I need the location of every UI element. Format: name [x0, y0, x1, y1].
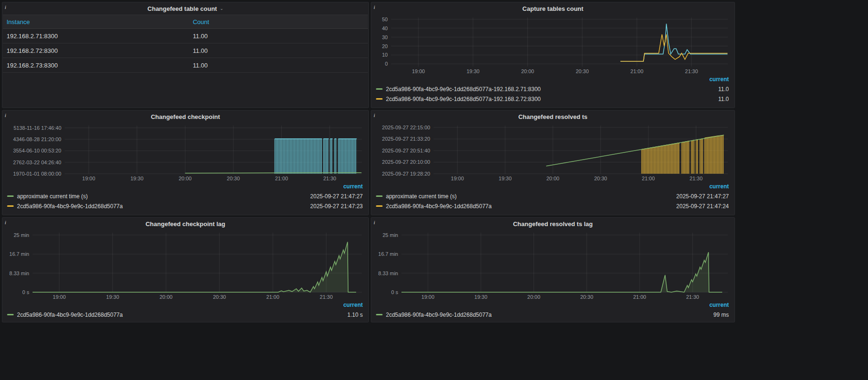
svg-text:2025-09-27 19:28:20: 2025-09-27 19:28:20 — [382, 171, 430, 177]
column-header-instance[interactable]: Instance — [3, 18, 189, 25]
svg-text:50: 50 — [382, 17, 388, 22]
legend-label[interactable]: 2cd5a986-90fa-4bc9-9e9c-1dd268d5077a — [386, 312, 492, 318]
svg-text:8.33 min: 8.33 min — [9, 270, 29, 276]
panel-title-menu[interactable]: Capture tables count — [371, 2, 734, 15]
legend: current approximate current time (s) 202… — [371, 182, 734, 211]
changefeed-resolved-ts-lag-chart[interactable]: 0 s8.33 min16.7 min25 min19:0019:3020:00… — [375, 230, 731, 301]
svg-text:19:30: 19:30 — [467, 68, 480, 74]
svg-text:19:30: 19:30 — [499, 176, 512, 181]
svg-text:21:30: 21:30 — [320, 294, 333, 300]
svg-text:20:00: 20:00 — [527, 294, 541, 300]
changefeed-checkpoint-lag-chart[interactable]: 0 s8.33 min16.7 min25 min19:0019:3020:00… — [6, 230, 365, 301]
count-cell: 11.00 — [189, 33, 368, 40]
instance-cell: 192.168.2.73:8300 — [3, 62, 189, 69]
svg-text:19:30: 19:30 — [130, 176, 143, 181]
legend-label[interactable]: approximate current time (s) — [386, 193, 457, 200]
legend-value: 11.0 — [718, 96, 730, 102]
svg-text:20:30: 20:30 — [227, 176, 240, 181]
panel-title: Changefeed table count — [148, 5, 217, 12]
svg-text:8.33 min: 8.33 min — [378, 270, 398, 276]
panel-info-icon[interactable]: i — [371, 2, 379, 10]
panel-title-menu[interactable]: Changefeed resolved ts — [371, 110, 734, 123]
svg-text:2025-09-27 20:10:00: 2025-09-27 20:10:00 — [382, 159, 430, 165]
panel-title-menu[interactable]: Changefeed resolved ts lag — [371, 218, 734, 230]
panel-title: Changefeed checkpoint lag — [145, 220, 225, 228]
legend-current-header[interactable]: current — [376, 183, 730, 191]
legend-current-header[interactable]: current — [7, 183, 364, 191]
legend-value: 2025-09-27 21:47:24 — [676, 203, 730, 210]
svg-text:21:00: 21:00 — [642, 176, 655, 181]
legend-label[interactable]: 2cd5a986-90fa-4bc9-9e9c-1dd268d5077a — [386, 203, 492, 210]
svg-text:20:00: 20:00 — [546, 176, 559, 181]
svg-text:19:00: 19:00 — [53, 294, 66, 300]
legend-swatch-icon — [376, 195, 383, 197]
legend-swatch-icon — [376, 314, 383, 315]
legend-item: 2cd5a986-90fa-4bc9-9e9c-1dd268d5077a 202… — [7, 201, 364, 211]
legend-current-header[interactable]: current — [7, 302, 364, 310]
count-cell: 11.00 — [189, 47, 368, 54]
legend: current approximate current time (s) 202… — [2, 182, 368, 211]
legend-label[interactable]: 2cd5a986-90fa-4bc9-9e9c-1dd268d5077a-192… — [386, 86, 541, 93]
svg-text:30: 30 — [382, 34, 388, 40]
legend-swatch-icon — [7, 195, 14, 197]
changefeed-checkpoint-chart[interactable]: 1970-01-01 08:00:002762-03-22 04:26:4035… — [6, 123, 365, 182]
panel-info-icon[interactable]: i — [2, 218, 10, 225]
svg-text:25 min: 25 min — [383, 232, 398, 238]
svg-text:25 min: 25 min — [14, 232, 29, 238]
changefeed-table: Instance Count 192.168.2.71:8300 11.00 1… — [3, 15, 368, 73]
svg-text:1970-01-01 08:00:00: 1970-01-01 08:00:00 — [13, 171, 61, 177]
legend-item: 2cd5a986-90fa-4bc9-9e9c-1dd268d5077a-192… — [376, 94, 730, 104]
legend-value: 1.10 s — [347, 312, 364, 318]
panel-title: Changefeed resolved ts lag — [513, 220, 593, 228]
svg-text:21:30: 21:30 — [690, 176, 703, 181]
table-row: 192.168.2.71:8300 11.00 — [3, 29, 368, 43]
legend-item: approximate current time (s) 2025-09-27 … — [7, 191, 364, 201]
panel-changefeed-checkpoint-lag: i Changefeed checkpoint lag 0 s8.33 min1… — [2, 217, 369, 322]
legend-label[interactable]: 2cd5a986-90fa-4bc9-9e9c-1dd268d5077a — [17, 203, 123, 210]
svg-text:19:00: 19:00 — [451, 176, 464, 181]
legend-label[interactable]: approximate current time (s) — [17, 193, 88, 200]
svg-text:19:30: 19:30 — [106, 294, 119, 300]
legend-item: 2cd5a986-90fa-4bc9-9e9c-1dd268d5077a 202… — [376, 201, 730, 211]
svg-text:2025-09-27 21:33:20: 2025-09-27 21:33:20 — [382, 136, 430, 142]
svg-text:21:00: 21:00 — [267, 294, 280, 300]
svg-text:4346-08-28 21:20:00: 4346-08-28 21:20:00 — [13, 136, 61, 142]
svg-text:0 s: 0 s — [391, 289, 398, 295]
svg-text:20:00: 20:00 — [521, 68, 534, 74]
table-header-row: Instance Count — [3, 15, 368, 29]
panel-info-icon[interactable]: i — [371, 110, 379, 118]
panel-title-menu[interactable]: Changefeed checkpoint — [2, 110, 368, 123]
panel-title-menu[interactable]: Changefeed table count ⌄ — [2, 2, 368, 15]
legend-item: 2cd5a986-90fa-4bc9-9e9c-1dd268d5077a 1.1… — [7, 310, 364, 320]
panel-changefeed-resolved-ts: i Changefeed resolved ts 2025-09-27 19:2… — [371, 110, 735, 215]
capture-tables-chart[interactable]: 0102030405019:0019:3020:0020:3021:0021:3… — [375, 15, 731, 75]
legend-swatch-icon — [376, 88, 383, 90]
panel-info-icon[interactable]: i — [371, 218, 379, 225]
count-cell: 11.00 — [189, 62, 368, 69]
legend-swatch-icon — [376, 205, 383, 207]
panel-capture-tables-count: i Capture tables count 0102030405019:001… — [371, 2, 735, 108]
legend-value: 2025-09-27 21:47:27 — [310, 193, 364, 200]
svg-text:21:30: 21:30 — [323, 176, 336, 181]
legend-value: 2025-09-27 21:47:23 — [310, 203, 364, 210]
legend-swatch-icon — [7, 205, 14, 207]
svg-text:16.7 min: 16.7 min — [9, 251, 29, 257]
panel-title-menu[interactable]: Changefeed checkpoint lag — [2, 218, 368, 230]
svg-text:20:00: 20:00 — [159, 294, 173, 300]
legend-swatch-icon — [7, 314, 14, 315]
column-header-count[interactable]: Count — [189, 18, 368, 25]
legend: current 2cd5a986-90fa-4bc9-9e9c-1dd268d5… — [2, 301, 368, 320]
panel-title: Changefeed resolved ts — [518, 113, 588, 120]
panel-info-icon[interactable]: i — [2, 2, 10, 10]
svg-text:2025-09-27 20:51:40: 2025-09-27 20:51:40 — [382, 148, 430, 153]
changefeed-resolved-ts-chart[interactable]: 2025-09-27 19:28:202025-09-27 20:10:0020… — [375, 123, 731, 182]
instance-cell: 192.168.2.71:8300 — [3, 33, 189, 40]
legend-label[interactable]: 2cd5a986-90fa-4bc9-9e9c-1dd268d5077a-192… — [386, 96, 541, 102]
legend-current-header[interactable]: current — [376, 76, 730, 84]
legend: current 2cd5a986-90fa-4bc9-9e9c-1dd268d5… — [371, 75, 734, 104]
legend-label[interactable]: 2cd5a986-90fa-4bc9-9e9c-1dd268d5077a — [17, 312, 123, 318]
panel-info-icon[interactable]: i — [2, 110, 10, 118]
legend-item: approximate current time (s) 2025-09-27 … — [376, 191, 730, 201]
panel-changefeed-table-count: i Changefeed table count ⌄ Instance Coun… — [2, 2, 369, 108]
legend-current-header[interactable]: current — [376, 302, 730, 310]
